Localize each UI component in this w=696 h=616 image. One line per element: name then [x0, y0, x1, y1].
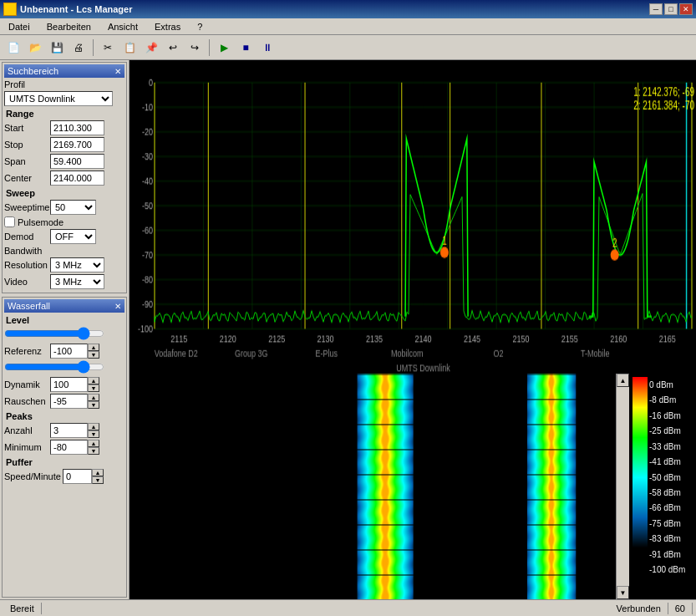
dynamik-spinbox: ▲ ▼ — [50, 377, 99, 392]
sweeptime-label: Sweeptime — [4, 202, 50, 212]
undo-button[interactable]: ↩ — [163, 38, 183, 57]
sweeptime-row: Sweeptime 50100200500 — [4, 200, 124, 215]
level-slider-container — [4, 327, 124, 342]
dynamik-label: Dynamik — [4, 379, 50, 389]
demod-select[interactable]: OFFAMFMUSBLSB — [50, 229, 96, 244]
center-label: Center — [4, 173, 50, 183]
referenz-down[interactable]: ▼ — [88, 351, 99, 359]
minimum-down[interactable]: ▼ — [88, 447, 99, 455]
cut-button[interactable]: ✂ — [98, 38, 118, 57]
pause-button[interactable]: ⏸ — [257, 38, 277, 57]
stop-button[interactable]: ■ — [236, 38, 256, 57]
minimum-up[interactable]: ▲ — [88, 440, 99, 447]
stop-row: Stop — [4, 137, 124, 152]
profil-select-row: UMTS Downlink UMTS Uplink GSM 900 GSM 18… — [4, 91, 124, 106]
dynamik-slider-container — [4, 360, 124, 375]
rauschen-up[interactable]: ▲ — [88, 394, 99, 401]
referenz-spinbox: ▲ ▼ — [50, 344, 99, 359]
rauschen-input[interactable] — [50, 394, 88, 409]
minimum-input[interactable] — [50, 440, 88, 455]
legend-8dbm: -8 dBm — [649, 392, 685, 407]
toolbar: 📄 📂 💾 🖨 ✂ 📋 📌 ↩ ↪ ▶ ■ ⏸ — [0, 35, 696, 60]
anzahl-spinbox: ▲ ▼ — [50, 423, 99, 438]
start-row: Start — [4, 120, 124, 135]
menu-help[interactable]: ? — [192, 20, 207, 33]
speed-down[interactable]: ▼ — [92, 476, 104, 484]
legend-58dbm: -58 dBm — [649, 485, 685, 500]
profil-label: Profil — [4, 79, 50, 89]
center-input[interactable] — [50, 171, 104, 186]
profil-select[interactable]: UMTS Downlink UMTS Uplink GSM 900 GSM 18… — [4, 91, 113, 106]
scroll-down[interactable]: ▼ — [617, 586, 629, 599]
speed-up[interactable]: ▲ — [92, 469, 104, 476]
puffer-label: Puffer — [6, 457, 123, 467]
legend-50dbm: -50 dBm — [649, 470, 685, 485]
dynamik-slider[interactable] — [4, 360, 104, 374]
menu-extras[interactable]: Extras — [150, 20, 185, 33]
anzahl-up[interactable]: ▲ — [88, 423, 99, 430]
pulsemode-checkbox[interactable] — [4, 216, 15, 227]
start-input[interactable] — [50, 120, 104, 135]
video-row: Video 3 MHz1 MHz300 kHz100 kHz — [4, 274, 124, 289]
legend-16dbm: -16 dBm — [649, 408, 685, 423]
suchbereich-close[interactable]: ✕ — [114, 67, 121, 76]
waterfall-plot — [130, 374, 616, 599]
minimize-button[interactable]: ─ — [649, 3, 663, 15]
referenz-up[interactable]: ▲ — [88, 344, 99, 351]
anzahl-down[interactable]: ▼ — [88, 430, 99, 438]
paste-button[interactable]: 📌 — [141, 38, 161, 57]
pulsemode-label: Pulsemode — [18, 217, 64, 227]
demod-row: Demod OFFAMFMUSBLSB — [4, 229, 124, 244]
span-input[interactable] — [50, 154, 104, 169]
play-button[interactable]: ▶ — [214, 38, 234, 57]
resolution-row: Resolution 3 MHz1 MHz300 kHz100 kHz — [4, 257, 124, 272]
sweeptime-select[interactable]: 50100200500 — [50, 200, 96, 215]
waterfall-legend: 0 dBm -8 dBm -16 dBm -25 dBm -33 dBm -41… — [629, 374, 696, 599]
scroll-up[interactable]: ▲ — [617, 374, 629, 387]
referenz-row: Referenz ▲ ▼ — [4, 344, 124, 359]
anzahl-label: Anzahl — [4, 425, 50, 435]
open-button[interactable]: 📂 — [25, 38, 45, 57]
dynamik-input[interactable] — [50, 377, 88, 392]
legend-0dbm: 0 dBm — [649, 377, 685, 392]
video-select[interactable]: 3 MHz1 MHz300 kHz100 kHz — [50, 274, 104, 289]
new-button[interactable]: 📄 — [3, 38, 23, 57]
resolution-label: Resolution — [4, 260, 50, 270]
close-button[interactable]: ✕ — [679, 3, 693, 15]
waterfall-scrollbar[interactable]: ▲ ▼ — [616, 374, 629, 599]
wasserfall-close[interactable]: ✕ — [114, 302, 121, 311]
left-panel: Suchbereich ✕ Profil UMTS Downlink UMTS … — [0, 60, 130, 599]
level-slider[interactable] — [4, 327, 104, 340]
copy-button[interactable]: 📋 — [119, 38, 140, 57]
suchbereich-section: Suchbereich ✕ Profil UMTS Downlink UMTS … — [2, 62, 127, 293]
spectrum-area — [130, 60, 696, 374]
save-button[interactable]: 💾 — [47, 38, 67, 57]
right-content: ▲ ▼ 0 dBm -8 dBm -16 dBm -25 dBm -33 dBm — [130, 60, 696, 599]
anzahl-input[interactable] — [50, 423, 88, 438]
resolution-select[interactable]: 3 MHz1 MHz300 kHz100 kHz — [50, 257, 104, 272]
stop-input[interactable] — [50, 137, 104, 152]
redo-button[interactable]: ↪ — [185, 38, 205, 57]
menu-bearbeiten[interactable]: Bearbeiten — [42, 20, 96, 33]
minimum-label: Minimum — [4, 442, 50, 452]
rauschen-down[interactable]: ▼ — [88, 401, 99, 409]
maximize-button[interactable]: □ — [664, 3, 678, 15]
range-title: Range — [6, 109, 123, 119]
legend-33dbm: -33 dBm — [649, 439, 685, 454]
speed-input[interactable] — [63, 469, 92, 484]
demod-label: Demod — [4, 232, 50, 242]
status-value: 60 — [668, 603, 693, 614]
legend-100dbm: -100 dBm — [649, 563, 685, 578]
menu-datei[interactable]: Datei — [3, 20, 35, 33]
menu-ansicht[interactable]: Ansicht — [103, 20, 143, 33]
referenz-input[interactable] — [50, 344, 88, 359]
anzahl-row: Anzahl ▲ ▼ — [4, 423, 124, 438]
rauschen-label: Rauschen — [4, 396, 50, 406]
dynamik-up[interactable]: ▲ — [88, 377, 99, 384]
level-label: Level — [6, 315, 123, 325]
dynamik-down[interactable]: ▼ — [88, 384, 99, 392]
wasserfall-section: Wasserfall ✕ Level Referenz ▲ ▼ — [2, 297, 127, 598]
print-button[interactable]: 🖨 — [69, 38, 89, 57]
legend-75dbm: -75 dBm — [649, 516, 685, 531]
legend-gradient-bar — [632, 377, 648, 578]
